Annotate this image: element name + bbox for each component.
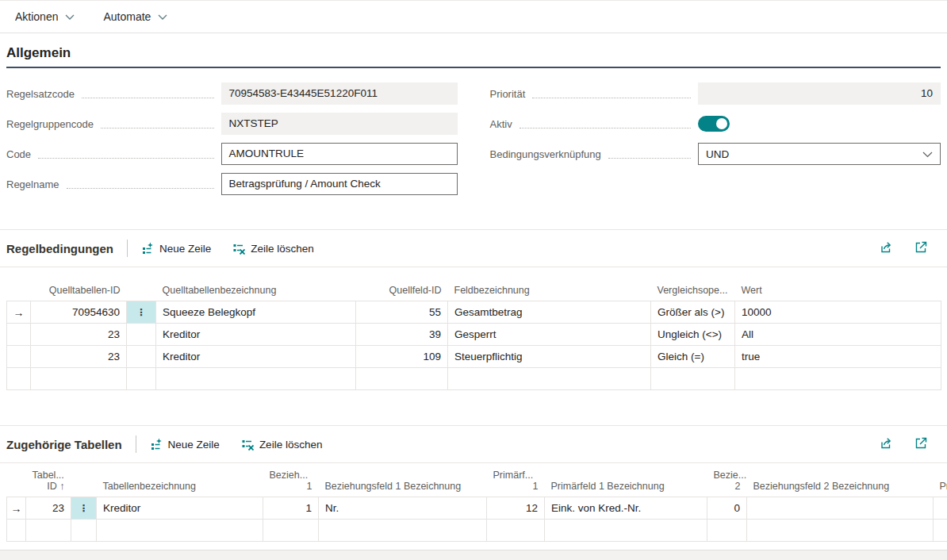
share-icon[interactable] bbox=[879, 435, 894, 454]
cell-source-field-id[interactable]: 39 bbox=[356, 324, 448, 346]
cell-menu-icon[interactable]: ⋮ bbox=[71, 497, 97, 520]
related-header: Zugehörige Tabellen Neue Zeile Zeile lös… bbox=[6, 426, 941, 462]
col-tabellenbezeichnung[interactable]: Tabellenbezeichnung bbox=[97, 468, 263, 497]
dotted-leader bbox=[38, 158, 213, 159]
related-new-line-button[interactable]: Neue Zeile bbox=[150, 438, 220, 451]
col-quelltabellen-id[interactable]: Quelltabellen-ID bbox=[31, 283, 127, 301]
col-truncated[interactable]: Pr bbox=[934, 468, 947, 497]
new-line-icon bbox=[150, 438, 163, 451]
prioritaet-label: Priorität bbox=[490, 88, 526, 100]
col-beziehungsfeld-1[interactable]: Bezieh...1 bbox=[263, 468, 319, 497]
cell-menu-icon[interactable]: ⋮ bbox=[127, 301, 156, 324]
col-primaerfeld-1[interactable]: Primärf...1 bbox=[487, 468, 545, 497]
cell-source-field-id[interactable]: 55 bbox=[356, 301, 448, 324]
cell-field-name[interactable]: Steuerpflichtig bbox=[448, 346, 651, 368]
code-input[interactable]: AMOUNTRULE bbox=[221, 143, 458, 165]
cell-field-name[interactable]: Gesperrt bbox=[448, 324, 651, 346]
cell-prim-field-1-name[interactable]: Eink. von Kred.-Nr. bbox=[545, 497, 707, 520]
regelgruppencode-label: Regelgruppencode bbox=[6, 118, 94, 130]
cell-value[interactable]: All bbox=[735, 324, 941, 346]
cell-rel-field-2[interactable]: 0 bbox=[707, 497, 747, 520]
regelname-input[interactable]: Betragsprüfung / Amount Check bbox=[221, 173, 458, 195]
bottom-bar bbox=[0, 550, 947, 560]
cell-source-table-id[interactable]: 70954630 bbox=[31, 301, 127, 324]
section-title-allgemein[interactable]: Allgemein bbox=[6, 33, 941, 67]
chevron-down-icon bbox=[158, 14, 167, 20]
cell-source-table-name[interactable]: Kreditor bbox=[156, 324, 356, 346]
field-aktiv: Aktiv bbox=[490, 109, 941, 139]
table-row: 23 Kreditor 109 Steuerpflichtig Gleich (… bbox=[7, 346, 941, 368]
dotted-leader bbox=[67, 188, 214, 189]
regelgruppencode-field: NXTSTEP bbox=[221, 113, 458, 135]
cell-rel-field-1-name[interactable]: Nr. bbox=[319, 497, 487, 520]
cell-prim-field-1[interactable]: 12 bbox=[487, 497, 545, 520]
section-title-zugehoerige-tabellen[interactable]: Zugehörige Tabellen bbox=[6, 438, 122, 451]
share-icon[interactable] bbox=[879, 240, 894, 258]
row-marker-header bbox=[7, 283, 31, 301]
conditions-delete-line-button[interactable]: Zeile löschen bbox=[232, 242, 314, 255]
open-in-new-window-icon[interactable] bbox=[914, 240, 929, 258]
table-row: → 23 ⋮ Kreditor 1 Nr. 12 Eink. von Kred.… bbox=[7, 497, 947, 520]
cell-table-id[interactable]: 23 bbox=[26, 497, 71, 520]
conditions-header-icons bbox=[879, 240, 941, 258]
cell-operator[interactable]: Ungleich (<>) bbox=[651, 324, 735, 346]
toggle-knob bbox=[716, 118, 727, 129]
col-wert[interactable]: Wert bbox=[735, 283, 941, 301]
col-cell-menu bbox=[127, 283, 156, 301]
cell-table-name[interactable]: Kreditor bbox=[97, 497, 263, 520]
dotted-leader bbox=[532, 98, 691, 98]
cell-source-table-id[interactable]: 23 bbox=[31, 324, 127, 346]
cell-value[interactable]: true bbox=[735, 346, 941, 368]
dotted-leader bbox=[82, 98, 214, 98]
regelsatzcode-field: 70954583-E43445E51220F011 bbox=[221, 82, 458, 105]
cell-source-field-id[interactable]: 109 bbox=[356, 346, 448, 368]
menu-automate-label: Automate bbox=[103, 10, 151, 23]
col-quellfeld-id[interactable]: Quellfeld-ID bbox=[356, 283, 448, 301]
table-row: → 70954630 ⋮ Squeeze Belegkopf 55 Gesamt… bbox=[7, 301, 941, 324]
conditions-new-line-button[interactable]: Neue Zeile bbox=[141, 242, 211, 255]
new-line-icon bbox=[141, 242, 154, 255]
dotted-leader bbox=[608, 158, 691, 159]
field-prioritaet: Priorität 10 bbox=[490, 79, 941, 109]
dotted-leader bbox=[101, 128, 214, 128]
col-quelltabellenbezeichnung[interactable]: Quelltabellenbezeichnung bbox=[156, 283, 356, 301]
col-beziehungsfeld-2[interactable]: Bezie...2 bbox=[707, 468, 747, 497]
open-in-new-window-icon[interactable] bbox=[914, 435, 929, 454]
menu-aktionen[interactable]: Aktionen bbox=[15, 10, 75, 23]
cell-source-table-name[interactable]: Kreditor bbox=[156, 346, 356, 368]
regelname-label: Regelname bbox=[6, 178, 59, 190]
delete-line-icon bbox=[232, 242, 245, 255]
conditions-grid: Quelltabellen-ID Quelltabellenbezeichnun… bbox=[6, 283, 941, 390]
cell-rel-field-2-name[interactable] bbox=[747, 497, 934, 520]
related-header-row: Tabel...ID ↑ Tabellenbezeichnung Bezieh.… bbox=[7, 468, 947, 497]
col-beziehungsfeld-1-bezeichnung[interactable]: Beziehungsfeld 1 Bezeichnung bbox=[319, 468, 487, 497]
field-regelname: Regelname Betragsprüfung / Amount Check bbox=[6, 169, 458, 199]
aktiv-toggle[interactable] bbox=[698, 116, 730, 132]
section-title-regelbedingungen[interactable]: Regelbedingungen bbox=[6, 242, 113, 255]
cell-operator[interactable]: Größer als (>) bbox=[651, 301, 735, 324]
general-form-right: Priorität 10 Aktiv Bedingungsverknüpfung… bbox=[490, 79, 941, 199]
table-row: 23 Kreditor 39 Gesperrt Ungleich (<>) Al… bbox=[7, 324, 941, 346]
aktiv-control bbox=[698, 116, 941, 132]
code-label: Code bbox=[6, 148, 31, 160]
field-bedingungsverknuepfung: Bedingungsverknüpfung UND bbox=[490, 139, 941, 169]
section-divider bbox=[0, 462, 947, 463]
col-feldbezeichnung[interactable]: Feldbezeichnung bbox=[448, 283, 651, 301]
menu-automate[interactable]: Automate bbox=[103, 10, 167, 23]
col-tabellen-id[interactable]: Tabel...ID ↑ bbox=[26, 468, 71, 497]
cell-operator[interactable]: Gleich (=) bbox=[651, 346, 735, 368]
col-vergleichsoperator[interactable]: Vergleichsope... bbox=[651, 283, 735, 301]
col-beziehungsfeld-2-bezeichnung[interactable]: Beziehungsfeld 2 Bezeichnung bbox=[747, 468, 934, 497]
cell-source-table-name[interactable]: Squeeze Belegkopf bbox=[156, 301, 356, 324]
cell-source-table-id[interactable]: 23 bbox=[31, 346, 127, 368]
col-primaerfeld-1-bezeichnung[interactable]: Primärfeld 1 Bezeichnung bbox=[545, 468, 707, 497]
action-bar: Aktionen Automate bbox=[0, 0, 947, 33]
regelsatzcode-label: Regelsatzcode bbox=[6, 88, 75, 100]
cell-value[interactable]: 10000 bbox=[735, 301, 941, 324]
bedingungsverknuepfung-select[interactable]: UND bbox=[698, 143, 941, 165]
table-row-empty bbox=[7, 368, 941, 390]
current-row-arrow-icon: → bbox=[7, 301, 31, 324]
cell-field-name[interactable]: Gesamtbetrag bbox=[448, 301, 651, 324]
cell-rel-field-1[interactable]: 1 bbox=[263, 497, 319, 520]
related-delete-line-button[interactable]: Zeile löschen bbox=[241, 438, 323, 451]
